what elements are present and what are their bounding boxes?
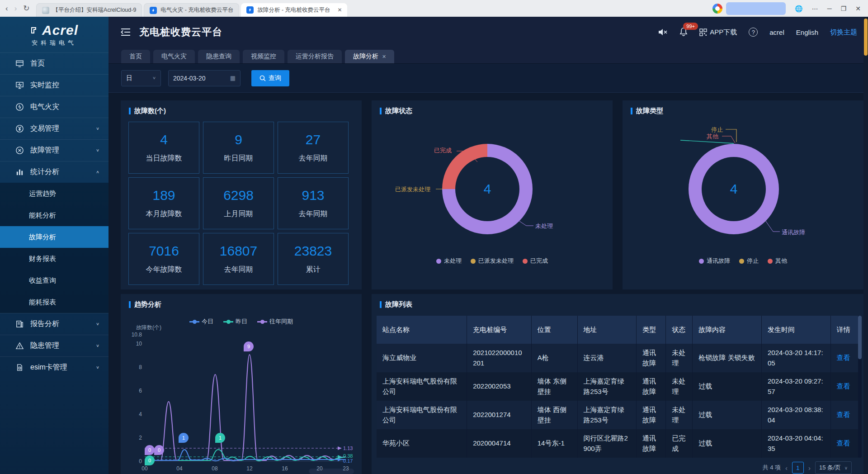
sidebar-item-electrical-fire[interactable]: 电气火灾: [0, 96, 108, 118]
chevron-down-icon: ∨: [96, 365, 99, 370]
window-close-icon[interactable]: ✕: [855, 5, 861, 12]
sidebar-item-realtime-monitor[interactable]: 实时监控: [0, 74, 108, 96]
yen-icon: [15, 124, 24, 133]
window-minimize-icon[interactable]: ─: [827, 5, 832, 12]
stat-card: 189本月故障数: [128, 177, 199, 229]
next-page-icon[interactable]: ›: [808, 464, 811, 472]
panel-trend: 趋势分析 今日 昨日 往年同期 故障数(个) 10.8 10 8 6 4 2 0: [121, 294, 362, 474]
sidebar-item-transactions[interactable]: 交易管理 ∨: [0, 118, 108, 139]
markline-labels: 1.13 0.38 0.17: [343, 446, 353, 464]
help-icon[interactable]: ?: [749, 28, 758, 37]
browser-forward-icon[interactable]: ›: [14, 4, 17, 13]
notifications-bell[interactable]: 99+: [679, 27, 688, 38]
tab-close-icon[interactable]: ✕: [337, 7, 342, 13]
browser-tab-title: 故障分析 - 充电桩收费云平台: [257, 6, 330, 14]
table-row[interactable]: 上海安科瑞电气股份有限公司 2022002053 墙体 东侧壁挂 上海嘉定育绿路…: [377, 372, 859, 401]
app-download[interactable]: APP下载: [699, 28, 737, 37]
markpoint: 0: [145, 455, 155, 465]
browser-back-icon[interactable]: ‹: [5, 4, 8, 13]
donut-center-value: 4: [442, 144, 533, 234]
table-scrollbar[interactable]: [858, 316, 862, 458]
worktab-operation-report[interactable]: 运营分析报告: [288, 50, 342, 63]
chevron-down-icon: ∨: [844, 465, 848, 470]
sidebar-item-statistics[interactable]: 统计分析 ∧: [0, 161, 108, 183]
prev-page-icon[interactable]: ‹: [785, 464, 788, 472]
sidebar-item-hazard-management[interactable]: 隐患管理 ∨: [0, 335, 108, 356]
window-restore-icon[interactable]: ❐: [841, 5, 847, 12]
browser-tab-3-active[interactable]: 故障分析 - 充电桩收费云平台 ✕: [241, 3, 347, 17]
globe-icon[interactable]: 🌐: [795, 5, 802, 12]
stat-card: 9昨日同期: [203, 122, 274, 174]
sidebar-item-fault-management[interactable]: 故障管理 ∨: [0, 139, 108, 161]
sidebar-item-report-analysis[interactable]: 报告分析 ∨: [0, 313, 108, 335]
theme-switch-link[interactable]: 切换主题: [830, 28, 857, 37]
chevron-down-icon: ∨: [152, 76, 156, 80]
total-count: 共 4 项: [763, 464, 781, 472]
markpoint-max: 9: [244, 341, 254, 351]
table-row[interactable]: 上海安科瑞电气股份有限公司 2022001274 墙体 西侧壁挂 上海嘉定育绿路…: [377, 401, 859, 429]
fault-icon: [15, 146, 24, 155]
date-picker[interactable]: 2024-03-20 ▦: [168, 70, 241, 86]
sidebar-subitem-energy-analysis[interactable]: 能耗分析: [0, 204, 108, 226]
pie-label-dispatched: 已派发未处理: [395, 185, 430, 194]
view-detail-link[interactable]: 查看: [837, 382, 850, 390]
sidebar-item-home[interactable]: 首页: [0, 52, 108, 74]
tab-close-icon[interactable]: ✕: [382, 54, 386, 60]
sidebar-subitem-revenue-query[interactable]: 收益查询: [0, 270, 108, 291]
current-page[interactable]: 1: [792, 462, 804, 474]
period-select[interactable]: 日 ∨: [121, 70, 161, 86]
stat-card: 4当日故障数: [128, 122, 199, 174]
worktab-video-monitor[interactable]: 视频监控: [243, 50, 284, 63]
view-detail-link[interactable]: 查看: [837, 439, 850, 447]
panel-fault-list: 故障列表 站点名称 充电桩编号 位置 地址 类型 状态 故障内容 发生时间: [372, 294, 863, 474]
monitor-icon: [15, 81, 24, 90]
chevron-down-icon: ∨: [96, 343, 99, 348]
scrollbar-thumb[interactable]: [864, 19, 868, 56]
table-row[interactable]: 华苑小区 2020004714 14号东-1 闵行区北瞿路2900弄 通讯故障 …: [377, 429, 859, 458]
mute-icon[interactable]: [658, 28, 668, 36]
brand-logo: Acrel 安科瑞电气: [0, 17, 108, 52]
page-size-select[interactable]: 15 条/页 ∨: [815, 461, 852, 474]
view-detail-link[interactable]: 查看: [837, 411, 850, 418]
y-axis-ticks: 10.8 10 8 6 4 2 0: [132, 332, 142, 465]
username[interactable]: acrel: [769, 28, 784, 36]
svg-text:04: 04: [176, 465, 183, 472]
browser-reload-icon[interactable]: ↻: [23, 4, 29, 13]
workspace-tabs: 首页 电气火灾 隐患查询 视频监控 运营分析报告 故障分析 ✕: [108, 47, 868, 64]
sidebar-subitem-fault-analysis[interactable]: 故障分析: [0, 226, 108, 248]
search-button[interactable]: 查询: [251, 70, 289, 86]
tab-favicon: [246, 6, 254, 14]
sidebar-collapse-icon[interactable]: [120, 28, 131, 36]
extension-icon[interactable]: [712, 4, 722, 14]
browser-tab-1[interactable]: 【平台介绍】安科瑞AcrelCloud-9: [36, 3, 142, 17]
markpoint: 0: [154, 445, 164, 455]
page-scrollbar[interactable]: [863, 17, 868, 474]
worktab-hazard-query[interactable]: 隐患查询: [198, 50, 240, 63]
table-row[interactable]: 海立威物业 2021022000010201 A枪 连云港 通讯故障 未处理 枪…: [377, 344, 859, 372]
sidebar-subitem-financial-report[interactable]: 财务报表: [0, 248, 108, 270]
language-switch[interactable]: English: [796, 28, 818, 36]
svg-text:10.8: 10.8: [132, 332, 142, 338]
sidebar-subitem-energy-report[interactable]: 能耗报表: [0, 291, 108, 313]
warning-icon: [15, 341, 24, 350]
worktab-home[interactable]: 首页: [121, 50, 150, 63]
donut-center-value: 4: [689, 144, 779, 234]
view-detail-link[interactable]: 查看: [837, 354, 850, 361]
qr-code-icon: [699, 28, 707, 36]
worktab-fault-analysis[interactable]: 故障分析 ✕: [345, 50, 394, 63]
panel-title: 故障数(个): [129, 107, 166, 115]
sim-card-icon: [15, 363, 24, 372]
app-root: Acrel 安科瑞电气 首页 实时监控 电气火灾 交易管理 ∨: [0, 17, 868, 474]
browser-tab-2[interactable]: 电气火灾 - 充电桩收费云平台: [144, 3, 239, 17]
chevron-down-icon: ∨: [96, 148, 99, 152]
browser-menu-icon[interactable]: ⋯: [812, 5, 818, 12]
worktab-electrical-fire[interactable]: 电气火灾: [153, 50, 195, 63]
svg-text:23: 23: [343, 465, 349, 472]
svg-text:16: 16: [282, 465, 288, 472]
svg-text:2: 2: [139, 435, 142, 441]
stat-card: 23823累计: [278, 233, 349, 285]
svg-text:4: 4: [139, 411, 142, 417]
panel-title: 故障列表: [380, 300, 412, 309]
sidebar-item-esim-management[interactable]: esim卡管理 ∨: [0, 356, 108, 378]
sidebar-subitem-operation-trend[interactable]: 运营趋势: [0, 183, 108, 204]
